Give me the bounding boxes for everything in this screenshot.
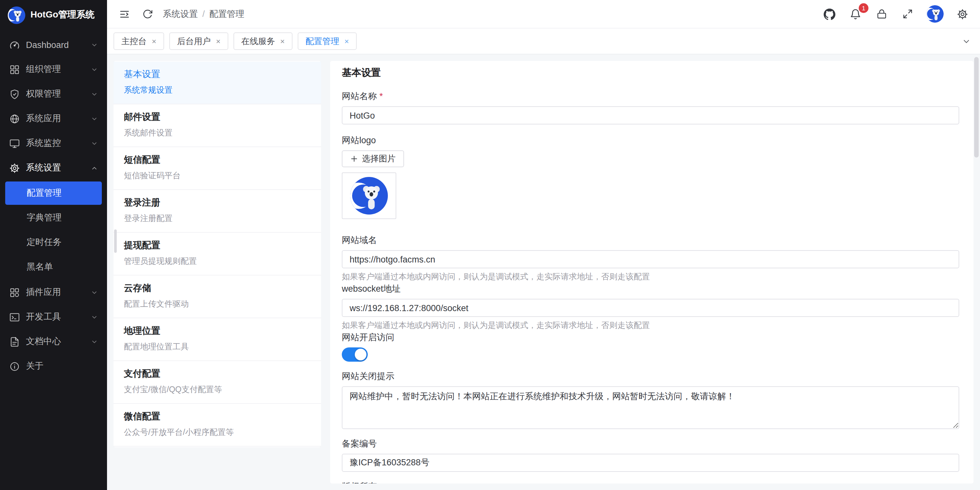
tab-admin-users[interactable]: 后台用户 × [169, 32, 228, 50]
chevron-down-icon [91, 90, 98, 98]
breadcrumb-parent[interactable]: 系统设置 [163, 8, 198, 20]
sidebar-subitem-label: 定时任务 [27, 236, 62, 248]
required-asterisk: * [379, 91, 383, 102]
site-domain-field: 网站域名 如果客户端通过本地或内网访问，则认为是调试模式，走实际请求地址，否则走… [342, 235, 959, 282]
tab-close-icon[interactable]: × [216, 37, 221, 45]
menu-collapse-icon[interactable] [118, 7, 132, 21]
settings-nav-title: 支付配置 [124, 368, 311, 380]
label-text: 网站域名 [342, 235, 377, 246]
sidebar-subitem-scheduled-tasks[interactable]: 定时任务 [5, 231, 102, 254]
icp-input[interactable] [342, 454, 959, 472]
site-domain-input[interactable] [342, 250, 959, 268]
settings-nav-title: 云存储 [124, 282, 311, 294]
sidebar-item-dashboard[interactable]: Dashboard [0, 32, 107, 57]
tab-close-icon[interactable]: × [344, 37, 349, 45]
apps-icon [9, 287, 20, 298]
lock-icon[interactable] [874, 7, 889, 21]
tab-dashboard[interactable]: 主控台 × [113, 32, 164, 50]
chevron-down-icon [91, 66, 98, 73]
close-tip-field: 网站关闭提示 网站维护中，暂时无法访问！本网站正在进行系统维护和技术升级，网站暂… [342, 371, 959, 429]
page-scrollbar-thumb[interactable] [974, 57, 979, 157]
tab-online-service[interactable]: 在线服务 × [234, 32, 293, 50]
sidebar-item-monitoring[interactable]: 系统监控 [0, 131, 107, 155]
chevron-down-icon [91, 313, 98, 320]
sidebar-item-plugins[interactable]: 插件应用 [0, 280, 107, 304]
close-tip-textarea[interactable]: 网站维护中，暂时无法访问！本网站正在进行系统维护和技术升级，网站暂时无法访问，敬… [342, 386, 959, 429]
chevron-down-icon [91, 115, 98, 122]
settings-nav-sms[interactable]: 短信配置 短信验证码平台 [113, 147, 321, 190]
settings-nav-subtitle: 支付宝/微信/QQ支付配置等 [124, 384, 311, 395]
settings-nav-subtitle: 短信验证码平台 [124, 170, 311, 181]
sidebar-item-label: 系统应用 [26, 113, 61, 124]
settings-nav-title: 短信配置 [124, 154, 311, 166]
site-name-label: 网站名称 * [342, 91, 959, 102]
content-area: 基本设置 系统常规设置 邮件设置 系统邮件设置 短信配置 短信验证码平台 登录注… [107, 54, 980, 490]
tab-close-icon[interactable]: × [280, 37, 285, 45]
refresh-icon[interactable] [140, 7, 154, 21]
main-column: 系统设置 / 配置管理 1 [107, 0, 980, 490]
settings-nav-wechat[interactable]: 微信配置 公众号/开放平台/小程序配置等 [113, 404, 321, 447]
app-logo[interactable]: HotGo管理系统 [0, 0, 107, 30]
notification-badge: 1 [859, 3, 869, 13]
plus-icon [350, 155, 358, 163]
choose-image-button[interactable]: 选择图片 [342, 151, 404, 167]
settings-nav-cloud-storage[interactable]: 云存储 配置上传文件驱动 [113, 276, 321, 318]
tab-label: 主控台 [121, 35, 146, 47]
page-tabs-bar: 主控台 × 后台用户 × 在线服务 × 配置管理 × [107, 29, 980, 54]
settings-nav-basic[interactable]: 基本设置 系统常规设置 [113, 62, 321, 105]
sidebar-item-system-settings[interactable]: 系统设置 [0, 155, 107, 180]
form-title: 基本设置 [342, 66, 959, 79]
sidebar: HotGo管理系统 Dashboard 组织管理 [0, 0, 107, 490]
sidebar-subitem-blacklist[interactable]: 黑名单 [5, 255, 102, 279]
tabs-menu-chevron-icon[interactable] [959, 36, 974, 46]
settings-nav-login-register[interactable]: 登录注册 登录注册配置 [113, 190, 321, 233]
sidebar-menu: Dashboard 组织管理 权限管理 [0, 30, 107, 490]
sidebar-item-dev-tools[interactable]: 开发工具 [0, 304, 107, 329]
sidebar-item-docs[interactable]: 文档中心 [0, 329, 107, 354]
settings-nav-subtitle: 公众号/开放平台/小程序配置等 [124, 427, 311, 438]
github-icon[interactable] [822, 7, 837, 21]
websocket-input[interactable] [342, 299, 959, 317]
label-text: 网站关闭提示 [342, 371, 395, 382]
sidebar-item-system-apps[interactable]: 系统应用 [0, 106, 107, 131]
websocket-help: 如果客户端通过本地或内网访问，则认为是调试模式，走实际请求地址，否则走该配置 [342, 320, 959, 331]
settings-nav-scrollbar-thumb[interactable] [114, 230, 117, 253]
shield-check-icon [9, 89, 20, 100]
settings-nav-subtitle: 管理员提现规则配置 [124, 256, 311, 267]
site-access-toggle[interactable] [342, 347, 368, 362]
settings-nav-email[interactable]: 邮件设置 系统邮件设置 [113, 105, 321, 147]
settings-nav-subtitle: 登录注册配置 [124, 213, 311, 224]
copyright-field: 版权所有 [342, 481, 959, 484]
info-icon [9, 361, 20, 372]
user-avatar[interactable] [926, 5, 944, 23]
tab-close-icon[interactable]: × [152, 37, 156, 45]
icp-field: 备案编号 [342, 438, 959, 472]
site-name-input[interactable] [342, 106, 959, 124]
settings-nav-withdrawal[interactable]: 提现配置 管理员提现规则配置 [113, 233, 321, 276]
site-logo-field: 网站logo 选择图片 [342, 135, 959, 219]
tab-label: 配置管理 [305, 35, 339, 47]
notifications-bell-icon[interactable]: 1 [848, 7, 862, 21]
fullscreen-icon[interactable] [900, 7, 915, 21]
settings-nav-geolocation[interactable]: 地理位置 配置地理位置工具 [113, 318, 321, 361]
sidebar-item-label: 关于 [26, 360, 43, 372]
label-text: 版权所有 [342, 481, 377, 484]
websocket-field: websocket地址 如果客户端通过本地或内网访问，则认为是调试模式，走实际请… [342, 283, 959, 331]
sidebar-subitem-label: 字典管理 [27, 212, 62, 224]
site-logo-preview[interactable] [342, 173, 396, 219]
settings-nav-payment[interactable]: 支付配置 支付宝/微信/QQ支付配置等 [113, 361, 321, 404]
tab-config-management[interactable]: 配置管理 × [298, 32, 357, 50]
settings-nav-card: 基本设置 系统常规设置 邮件设置 系统邮件设置 短信配置 短信验证码平台 登录注… [113, 61, 321, 447]
sidebar-item-about[interactable]: 关于 [0, 354, 107, 379]
sidebar-subitem-dictionary[interactable]: 字典管理 [5, 206, 102, 230]
grid-icon [9, 64, 20, 75]
label-text: 网站开启访问 [342, 332, 395, 344]
settings-nav-subtitle: 系统常规设置 [124, 85, 311, 96]
sidebar-subitem-config-management[interactable]: 配置管理 [5, 181, 102, 205]
sidebar-item-organization[interactable]: 组织管理 [0, 57, 107, 82]
site-logo-label: 网站logo [342, 135, 959, 146]
settings-gear-icon[interactable] [955, 7, 970, 21]
sidebar-item-permissions[interactable]: 权限管理 [0, 82, 107, 106]
site-domain-help: 如果客户端通过本地或内网访问，则认为是调试模式，走实际请求地址，否则走该配置 [342, 271, 959, 282]
sidebar-item-label: 文档中心 [26, 336, 61, 347]
